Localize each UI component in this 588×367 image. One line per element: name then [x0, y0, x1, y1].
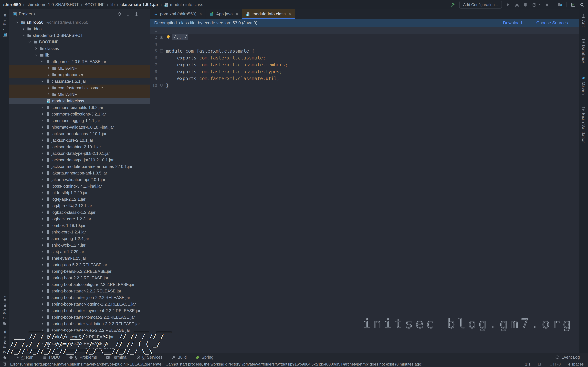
chevron-right-icon[interactable]: [46, 66, 51, 70]
tree-row-jakarta-validation-api-2-0-1-jar[interactable]: jakarta.validation-api-2.0.1.jar: [9, 176, 150, 183]
tree-row-shiro-web-1-2-4-jar[interactable]: shiro-web-1.2.4.jar: [9, 242, 150, 248]
profiler-icon[interactable]: [532, 2, 537, 7]
tool-stripe-button-7-structure[interactable]: 7: Structure: [2, 296, 7, 325]
tree-row-classes[interactable]: classes: [9, 45, 150, 52]
chevron-right-icon[interactable]: [40, 138, 45, 142]
chevron-right-icon[interactable]: [40, 256, 45, 260]
chevron-down-icon[interactable]: [21, 33, 26, 38]
chevron-right-icon[interactable]: [40, 282, 45, 287]
chevron-right-icon[interactable]: [40, 263, 45, 267]
toolwindow-button-todo[interactable]: TODO: [42, 355, 60, 360]
coverage-icon[interactable]: [523, 2, 528, 7]
tree-row-jackson-module-parameter-names-2-10-1-jar[interactable]: jackson-module-parameter-names-2.10.1.ja…: [9, 163, 150, 170]
toolwindow-button-event-log[interactable]: Event Log: [555, 355, 580, 360]
tree-row-shiro-core-1-2-4-jar[interactable]: shiro-core-1.2.4.jar: [9, 229, 150, 235]
editor-tab-app-java[interactable]: CApp.java×: [206, 9, 242, 19]
chevron-right-icon[interactable]: [40, 269, 45, 274]
tree-row-attoparser-2-0-5-release-jar[interactable]: attoparser-2.0.5.RELEASE.jar: [9, 58, 150, 65]
chevron-right-icon[interactable]: [40, 197, 45, 201]
debug-icon[interactable]: [515, 2, 519, 7]
tree-row-jakarta-annotation-api-1-3-5-jar[interactable]: jakarta.annotation-api-1.3.5.jar: [9, 170, 150, 176]
tree-row-commons-collections-3-2-1-jar[interactable]: commons-collections-3.2.1.jar: [9, 111, 150, 117]
tree-row-slf4j-api-1-7-29-jar[interactable]: slf4j-api-1.7.29.jar: [9, 248, 150, 255]
fold-marker-end-icon[interactable]: [157, 83, 166, 87]
chevron-right-icon[interactable]: [46, 92, 51, 97]
tree-row-spring-boot-starter-thymeleaf-2-2-2-release-jar[interactable]: spring-boot-starter-thymeleaf-2.2.2.RELE…: [9, 307, 150, 314]
line-number[interactable]: 8: [150, 69, 157, 74]
fold-marker-plus-icon[interactable]: [157, 35, 166, 39]
chevron-down-icon[interactable]: [27, 40, 33, 44]
folded-region[interactable]: /.../: [172, 34, 188, 40]
chevron-right-icon[interactable]: [40, 276, 45, 280]
tree-row-log4j-api-2-12-1-jar[interactable]: log4j-api-2.12.1.jar: [9, 196, 150, 202]
chevron-right-icon[interactable]: [40, 145, 45, 149]
line-number[interactable]: 1: [150, 28, 157, 33]
locate-icon[interactable]: [117, 12, 122, 17]
run-anything-icon[interactable]: [571, 2, 576, 7]
status-widget-4-spaces[interactable]: 4 spaces: [568, 362, 584, 367]
tree-row-module-info-class[interactable]: 01module-info.class: [9, 98, 150, 104]
chevron-down-icon[interactable]: [33, 53, 39, 57]
editor-tab-pom-xml-shiro550[interactable]: mpom.xml (shiro550)×: [150, 9, 206, 19]
tree-row-idea[interactable]: .idea: [9, 25, 150, 32]
toolwindow-button-spring[interactable]: Spring: [196, 355, 213, 360]
tree-row-spring-boot-starter-2-2-2-release-jar[interactable]: spring-boot-starter-2.2.2.RELEASE.jar: [9, 288, 150, 294]
line-number[interactable]: 6: [150, 56, 157, 60]
breadcrumb-item-boot-inf[interactable]: BOOT-INF: [85, 2, 105, 7]
banner-action-choose-sources[interactable]: Choose Sources...: [536, 20, 571, 25]
close-icon[interactable]: ×: [236, 12, 238, 17]
tree-row-spring-boot-autoconfigure-2-2-2-release-jar[interactable]: spring-boot-autoconfigure-2.2.2.RELEASE.…: [9, 281, 150, 288]
tree-row-shiro550[interactable]: shiro550~/d4m1ts/java/shiro550: [9, 19, 150, 25]
tree-row-jackson-datatype-jsr310-2-10-1-jar[interactable]: jackson-datatype-jsr310-2.10.1.jar: [9, 157, 150, 163]
tree-row-jackson-annotations-2-10-1-jar[interactable]: jackson-annotations-2.10.1.jar: [9, 130, 150, 137]
chevron-right-icon[interactable]: [40, 184, 45, 188]
tree-row-lib[interactable]: lib: [9, 52, 150, 58]
tree-row-lombok-1-18-10-jar[interactable]: lombok-1.18.10.jar: [9, 222, 150, 229]
close-icon[interactable]: ×: [199, 12, 202, 17]
intention-bulb-icon[interactable]: [166, 35, 171, 40]
tree-row-jackson-datatype-jdk8-2-10-1-jar[interactable]: jackson-datatype-jdk8-2.10.1.jar: [9, 150, 150, 157]
breadcrumb-item-shiro550[interactable]: shiro550: [3, 2, 21, 7]
tree-row-spring-beans-5-2-2-release-jar[interactable]: spring-beans-5.2.2.RELEASE.jar: [9, 268, 150, 275]
tree-row-classmate-1-5-1-jar[interactable]: classmate-1.5.1.jar: [9, 78, 150, 84]
chevron-right-icon[interactable]: [40, 118, 45, 123]
add-configuration-button[interactable]: Add Configuration...: [459, 1, 502, 8]
line-number[interactable]: 2: [150, 35, 157, 40]
chevron-down-icon[interactable]: [40, 79, 45, 83]
chevron-right-icon[interactable]: [40, 309, 45, 313]
chevron-right-icon[interactable]: [40, 289, 45, 293]
tree-row-spring-boot-starter-tomcat-2-2-2-release-jar[interactable]: spring-boot-starter-tomcat-2.2.2.RELEASE…: [9, 314, 150, 320]
editor-tab-module-info-class[interactable]: 01module-info.class×: [242, 9, 295, 19]
chevron-right-icon[interactable]: [40, 204, 45, 208]
search-everywhere-icon[interactable]: [580, 2, 584, 7]
build-hammer-icon[interactable]: [450, 2, 455, 7]
breadcrumb-item-shirodemo-1-0-snapshot[interactable]: shirodemo-1.0-SNAPSHOT: [26, 2, 79, 7]
close-icon[interactable]: ×: [288, 12, 291, 17]
tool-stripe-button-database[interactable]: Database: [581, 39, 586, 64]
chevron-right-icon[interactable]: [40, 191, 45, 195]
chevron-right-icon[interactable]: [40, 217, 45, 221]
line-number[interactable]: 10: [150, 83, 157, 88]
hide-panel-icon[interactable]: [143, 12, 147, 16]
tool-stripe-button-bean-validation[interactable]: Bean Validation: [581, 107, 586, 144]
tree-row-meta-inf[interactable]: META-INF: [9, 65, 150, 71]
tree-row-spring-aop-5-2-2-release-jar[interactable]: spring-aop-5.2.2.RELEASE.jar: [9, 261, 150, 268]
tree-row-spring-boot-starter-json-2-2-2-release-jar[interactable]: spring-boot-starter-json-2.2.2.RELEASE.j…: [9, 294, 150, 301]
chevron-right-icon[interactable]: [40, 243, 45, 247]
tool-stripe-button-ant[interactable]: Ant: [581, 14, 586, 27]
chevron-right-icon[interactable]: [40, 315, 45, 319]
tool-stripe-button-maven[interactable]: mMaven: [581, 75, 586, 95]
chevron-right-icon[interactable]: [40, 164, 45, 169]
tree-row-commons-logging-1-1-1-jar[interactable]: commons-logging-1.1.1.jar: [9, 117, 150, 124]
toolwindow-button-6-problems[interactable]: 6: Problems: [69, 355, 97, 360]
tree-row-logback-classic-1-2-3-jar[interactable]: logback-classic-1.2.3.jar: [9, 209, 150, 216]
toolwindow-button-build[interactable]: Build: [172, 355, 187, 360]
tree-row-spring-boot-starter-logging-2-2-2-release-jar[interactable]: spring-boot-starter-logging-2.2.2.RELEAS…: [9, 301, 150, 307]
chevron-right-icon[interactable]: [46, 73, 51, 77]
chevron-right-icon[interactable]: [40, 230, 45, 234]
tree-row-meta-inf[interactable]: META-INF: [9, 91, 150, 98]
tree-row-jackson-core-2-10-1-jar[interactable]: jackson-core-2.10.1.jar: [9, 137, 150, 143]
fold-marker-minus-icon[interactable]: [157, 49, 166, 53]
chevron-right-icon[interactable]: [40, 236, 45, 241]
chevron-down-icon[interactable]: [40, 59, 45, 64]
